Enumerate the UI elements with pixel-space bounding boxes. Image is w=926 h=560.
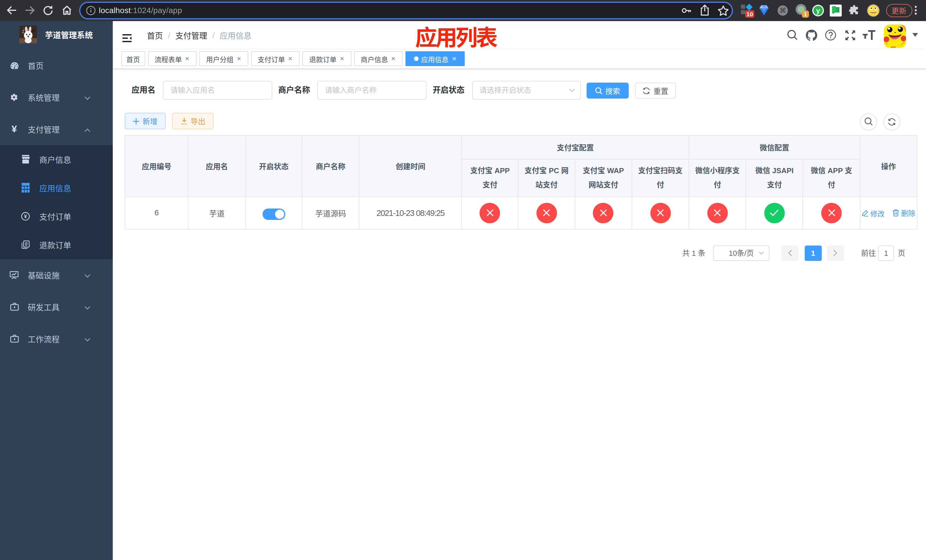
svg-text:10: 10 [746, 11, 753, 17]
svg-text:y: y [816, 6, 820, 14]
svg-text:¥: ¥ [24, 213, 27, 219]
svg-text:⌘: ⌘ [779, 6, 786, 14]
svg-text:1: 1 [803, 11, 807, 17]
